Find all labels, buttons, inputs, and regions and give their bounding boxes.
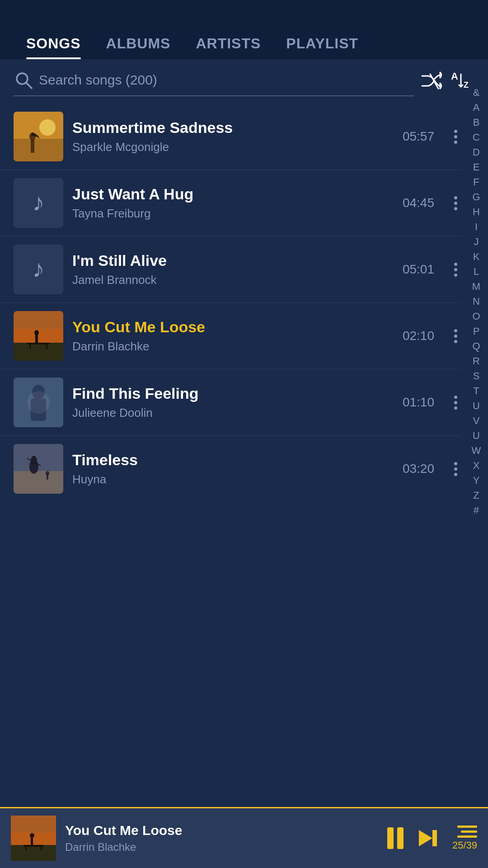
song-title: Timeless xyxy=(72,451,394,469)
alpha-letter-i[interactable]: I xyxy=(467,219,485,234)
tab-albums[interactable]: ALBUMS xyxy=(94,27,183,59)
alpha-letter-p[interactable]: P xyxy=(467,324,485,339)
list-item[interactable]: Timeless Huyna 03:20 xyxy=(0,436,461,502)
dot xyxy=(454,335,457,338)
more-options-button[interactable] xyxy=(450,193,461,214)
alpha-letter-m[interactable]: M xyxy=(467,279,485,294)
music-note-icon: ♪ xyxy=(14,178,63,228)
status-bar xyxy=(0,0,488,27)
alpha-letter-hash[interactable]: # xyxy=(467,503,485,518)
alpha-letter-h[interactable]: H xyxy=(467,204,485,219)
dot xyxy=(454,207,457,210)
alpha-letter-o[interactable]: O xyxy=(467,309,485,324)
alpha-letter-u2[interactable]: U xyxy=(467,428,485,443)
alpha-letter-b[interactable]: B xyxy=(467,115,485,130)
dot xyxy=(454,340,457,343)
svg-point-7 xyxy=(39,119,56,136)
more-options-button[interactable] xyxy=(450,458,461,480)
album-art: ♪ xyxy=(14,245,63,294)
queue-line xyxy=(457,826,477,828)
alpha-letter-n[interactable]: N xyxy=(467,294,485,309)
now-playing-info: You Cut Me Loose Darrin Blachke xyxy=(65,823,378,854)
alpha-letter-r[interactable]: R xyxy=(467,354,485,368)
svg-rect-9 xyxy=(31,140,34,153)
tab-songs[interactable]: SONGS xyxy=(14,27,94,59)
pause-button[interactable] xyxy=(387,827,404,849)
alpha-letter-f[interactable]: F xyxy=(467,175,485,189)
dot xyxy=(454,473,457,476)
svg-rect-40 xyxy=(11,845,56,861)
list-item[interactable]: Find This Feeling Julieene Doolin 01:10 xyxy=(0,369,461,436)
alpha-letter-k[interactable]: K xyxy=(467,249,485,264)
alpha-letter-s[interactable]: S xyxy=(467,368,485,383)
now-playing-title: You Cut Me Loose xyxy=(65,823,378,838)
song-duration: 03:20 xyxy=(403,462,434,476)
list-item[interactable]: ♪ I'm Still Alive Jamel Brannock 05:01 xyxy=(0,236,461,303)
alpha-letter-t[interactable]: T xyxy=(467,383,485,398)
alpha-letter-z[interactable]: Z xyxy=(467,488,485,503)
more-options-button[interactable] xyxy=(450,326,461,347)
alpha-letter-y[interactable]: Y xyxy=(467,473,485,488)
skip-next-button[interactable] xyxy=(416,826,440,850)
skip-next-icon xyxy=(416,826,440,850)
search-bar: A Z xyxy=(0,59,488,96)
alpha-letter-j[interactable]: J xyxy=(467,234,485,249)
search-input[interactable] xyxy=(39,72,414,88)
list-item[interactable]: Summertime Sadness Sparkle Mcgonigle 05:… xyxy=(0,104,461,170)
alpha-letter-a[interactable]: A xyxy=(467,100,485,115)
alpha-letter-ampersand[interactable]: & xyxy=(467,85,485,100)
dot xyxy=(454,462,457,465)
more-options-button[interactable] xyxy=(450,259,461,280)
tab-playlist[interactable]: PLAYLIST xyxy=(273,27,371,59)
alpha-letter-q[interactable]: Q xyxy=(467,339,485,354)
svg-marker-46 xyxy=(419,830,432,846)
alpha-letter-e[interactable]: E xyxy=(467,160,485,175)
song-duration: 04:45 xyxy=(403,196,434,210)
dot xyxy=(454,130,457,133)
alpha-letter-w[interactable]: W xyxy=(467,443,485,458)
alpha-letter-u[interactable]: U xyxy=(467,398,485,413)
dot xyxy=(454,263,457,266)
alpha-letter-v[interactable]: V xyxy=(467,413,485,428)
art-image xyxy=(14,112,63,161)
song-info: I'm Still Alive Jamel Brannock xyxy=(72,252,394,287)
more-options-button[interactable] xyxy=(450,392,461,413)
svg-rect-21 xyxy=(29,343,31,349)
alpha-letter-l[interactable]: L xyxy=(467,264,485,279)
song-artist: Julieene Doolin xyxy=(72,406,394,420)
svg-point-35 xyxy=(46,471,49,476)
player-controls: 25/39 xyxy=(387,826,477,851)
album-art xyxy=(14,444,63,494)
dot xyxy=(454,467,457,471)
shuffle-button[interactable] xyxy=(421,71,442,90)
now-playing-bar: You Cut Me Loose Darrin Blachke 25/39 xyxy=(0,807,488,868)
tab-artists[interactable]: ARTISTS xyxy=(183,27,273,59)
song-duration: 05:57 xyxy=(403,129,434,144)
svg-line-1 xyxy=(26,83,32,88)
song-info: Just Want A Hug Tayna Freiburg xyxy=(72,185,394,221)
song-title: Summertime Sadness xyxy=(72,119,394,137)
alpha-letter-c[interactable]: C xyxy=(467,130,485,145)
alpha-letter-d[interactable]: D xyxy=(467,145,485,160)
album-art xyxy=(14,112,63,161)
more-options-button[interactable] xyxy=(450,126,461,147)
song-duration: 05:01 xyxy=(403,262,434,277)
queue-button[interactable] xyxy=(457,826,477,838)
song-title: You Cut Me Loose xyxy=(72,318,394,336)
tab-bar: SONGS ALBUMS ARTISTS PLAYLIST xyxy=(0,27,488,59)
dot xyxy=(454,202,457,205)
alpha-letter-x[interactable]: X xyxy=(467,458,485,473)
now-playing-art xyxy=(11,816,56,861)
svg-rect-41 xyxy=(31,837,33,845)
alpha-index: & A B C D E F G H I J K L M N O P Q R S … xyxy=(465,81,488,521)
list-item[interactable]: ♪ Just Want A Hug Tayna Freiburg 04:45 xyxy=(0,170,461,236)
svg-rect-33 xyxy=(33,456,35,460)
dot xyxy=(454,268,457,271)
search-icon xyxy=(14,70,33,90)
svg-text:♪: ♪ xyxy=(33,189,45,216)
list-item[interactable]: You Cut Me Loose Darrin Blachke 02:10 xyxy=(0,303,461,369)
shuffle-icon xyxy=(421,71,442,90)
pause-bar-left xyxy=(387,827,394,849)
song-duration: 01:10 xyxy=(403,395,434,410)
alpha-letter-g[interactable]: G xyxy=(467,189,485,204)
